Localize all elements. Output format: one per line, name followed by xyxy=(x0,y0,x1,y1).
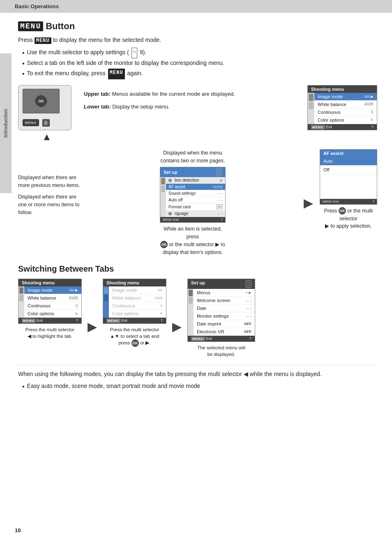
ss-row-motion: tion detection ★ xyxy=(166,177,225,184)
ss-row-auto-off: Auto off – – xyxy=(166,197,225,203)
shooting-menu-screenshot-1: Shooting menu Image mode 4M ▶ xyxy=(307,85,377,130)
footer-bullet-1: Easy auto mode, scene mode, smart portra… xyxy=(22,381,377,392)
menu-button-title: MENU Button xyxy=(18,21,377,32)
tab-menu-2: Shooting menu Image mode4M White balance… xyxy=(103,279,166,324)
bullet-item-1: Use the multi selector to apply settings… xyxy=(22,48,377,58)
bullet-list: Use the multi selector to apply settings… xyxy=(22,48,377,79)
tab-caption-2: Press the multi selector▲▼ to select a t… xyxy=(110,326,159,347)
intro-paragraph: Press MENU to display the menu for the s… xyxy=(18,36,377,44)
tab-menu-3: Set up Menus≡ ▶ xyxy=(187,279,255,342)
diagram-section-2: Displayed when there are more previous m… xyxy=(18,149,377,256)
af-assist-screenshot: AF assist Auto Off MENU Exit ? xyxy=(320,149,377,205)
setup-title: Set up xyxy=(160,167,225,177)
tabs-row: Shooting menu Image mode4M ▶ White balan… xyxy=(18,279,377,358)
camera-box: OK MENU 🗑 xyxy=(18,85,71,130)
shooting-menu-title: Shooting menu xyxy=(308,85,377,93)
trash-button: 🗑 xyxy=(42,119,50,127)
menu-cam-button: MENU xyxy=(23,119,39,126)
right-arrow-1: ▶ xyxy=(304,196,313,210)
setup-menu-screenshot: Set up xyxy=(160,167,226,223)
ss-row-af-assist: AF assist AUTO xyxy=(166,184,225,190)
press-caption: While an item is selected, press OK or t… xyxy=(160,225,226,256)
diagram-row-1: OK MENU 🗑 ▲ Upper tab: Menus available f… xyxy=(18,85,377,143)
af-row-off: Off xyxy=(320,166,377,174)
bullet-item-3: To exit the menu display, press MENU aga… xyxy=(22,69,377,79)
side-label: Introduction xyxy=(0,53,12,193)
ms-row-white-balance: White balance AWB xyxy=(314,101,377,108)
footer-text: When using the following modes, you can … xyxy=(18,365,377,392)
ms-footer: MENU Exit ? xyxy=(308,124,377,130)
section-header: Basic Operations xyxy=(0,0,392,13)
af-area: AF assist Auto Off MENU Exit ? Press OK … xyxy=(320,149,377,256)
tab-unit-1: Shooting menu Image mode4M ▶ White balan… xyxy=(18,279,82,339)
arrow-tabs-1: ▶ xyxy=(88,319,97,334)
tab-labels: Upper tab: Menus available for the curre… xyxy=(84,85,299,112)
arrow-tabs-2: ▶ xyxy=(172,319,182,334)
section-title: Basic Operations xyxy=(15,3,59,9)
camera-bottom-buttons: MENU 🗑 xyxy=(23,119,50,127)
up-arrow: ▲ xyxy=(18,131,76,143)
tab-caption-1: Press the multi selector◀ to highlight t… xyxy=(25,326,75,339)
ok-button: OK xyxy=(35,95,47,107)
side-label-text: Introduction xyxy=(3,109,9,138)
page-number: 10 xyxy=(15,527,21,533)
af-title: AF assist xyxy=(320,150,377,157)
footer-bullet-list: Easy auto mode, scene mode, smart portra… xyxy=(22,381,377,392)
page: Basic Operations Introduction MENU Butto… xyxy=(0,0,392,540)
page-icon xyxy=(216,168,222,176)
ms-row-image-mode: Image mode 4M ▶ xyxy=(314,93,377,101)
tab-menu-1: Shooting menu Image mode4M ▶ White balan… xyxy=(18,279,82,324)
bullet-item-2: Select a tab on the left side of the mon… xyxy=(22,58,377,69)
camera-screen: OK xyxy=(23,89,60,113)
af-caption: Press OK or the multi selector ▶ to appl… xyxy=(320,207,377,230)
tab-unit-3: Set up Menus≡ ▶ xyxy=(187,279,255,358)
ss-row-sound: Sound settings – – xyxy=(166,190,225,197)
tab-column xyxy=(308,93,314,124)
annot-more-follow: Displayed when there are one or more men… xyxy=(18,193,82,216)
annot-more-prev: Displayed when there are more previous m… xyxy=(18,174,82,189)
upper-tab-label: Upper tab: Menus available for the curre… xyxy=(84,89,299,99)
lower-tab-label: Lower tab: Display the setup menu. xyxy=(84,102,299,111)
shooting-menu-box: Shooting menu Image mode 4M ▶ xyxy=(307,85,377,130)
tab-unit-2: Shooting menu Image mode4M White balance… xyxy=(103,279,166,347)
main-content: MENU Button Press MENU to display the me… xyxy=(0,13,392,406)
inline-menu-label: MENU xyxy=(35,37,51,44)
left-annotations: Displayed when there are more previous m… xyxy=(18,149,82,256)
ss-row-format: Format card IN xyxy=(166,203,225,210)
menu-label-icon: MENU xyxy=(18,21,43,31)
tab-caption-3: The selected menu willbe displayed. xyxy=(197,344,245,358)
ss-row-language: nguage – – xyxy=(166,210,225,217)
camera-illustration: OK MENU 🗑 ▲ xyxy=(18,85,76,143)
af-footer: MENU Exit ? xyxy=(320,199,377,204)
center-setup-area: Displayed when the menucontains two or m… xyxy=(88,149,297,256)
setup-tab-col xyxy=(160,177,166,217)
pages-caption: Displayed when the menucontains two or m… xyxy=(160,149,225,165)
footer-para: When using the following modes, you can … xyxy=(18,369,377,378)
switching-tabs-title: Switching Between Tabs xyxy=(18,264,377,274)
ss-footer: MENU Exit ? xyxy=(160,217,225,222)
ms-row-color-options: Color options ✕ xyxy=(314,116,377,124)
ms-row-continuous: Continuous S xyxy=(314,108,377,116)
menu-button-label: Button xyxy=(46,21,75,32)
af-row-auto: Auto xyxy=(320,157,377,166)
